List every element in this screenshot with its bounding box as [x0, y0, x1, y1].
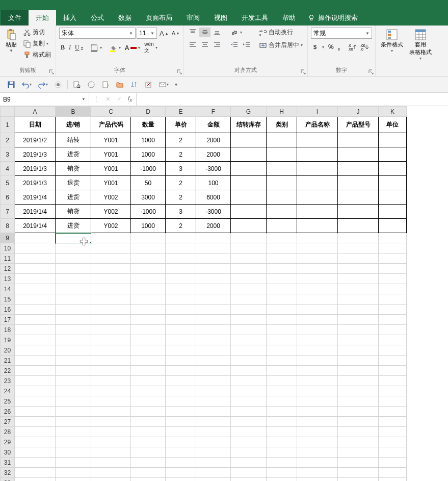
cell-J18[interactable]	[338, 325, 379, 335]
dialog-launcher-icon[interactable]	[176, 69, 182, 75]
cell-D1[interactable]: 数量	[131, 117, 166, 133]
new-button[interactable]	[100, 80, 111, 90]
cell-G14[interactable]	[231, 284, 267, 294]
cell-F22[interactable]	[196, 366, 231, 376]
cell-I4[interactable]	[297, 162, 338, 176]
cell-J5[interactable]	[338, 176, 379, 190]
cell-F14[interactable]	[196, 284, 231, 294]
cell-I29[interactable]	[297, 437, 338, 447]
cell-J28[interactable]	[338, 427, 379, 437]
row-header-25[interactable]: 25	[1, 396, 15, 407]
cell-H11[interactable]	[267, 254, 297, 264]
cell-F8[interactable]: 2000	[196, 219, 231, 233]
decrease-indent-button[interactable]	[229, 40, 240, 49]
row-header-33[interactable]: 33	[1, 478, 15, 482]
cell-J17[interactable]	[338, 315, 379, 325]
cell-J22[interactable]	[338, 366, 379, 376]
cell-I2[interactable]	[297, 133, 338, 147]
cell-F2[interactable]: 2000	[196, 133, 231, 147]
cell-G19[interactable]	[231, 335, 267, 345]
cell-C15[interactable]	[91, 294, 131, 305]
redo-button[interactable]: ▾	[37, 80, 49, 90]
cell-C12[interactable]	[91, 264, 131, 274]
increase-font-button[interactable]: A▴	[158, 29, 169, 38]
cell-I11[interactable]	[297, 254, 338, 264]
print-preview-button[interactable]	[72, 80, 82, 90]
cell-D11[interactable]	[131, 254, 166, 264]
cell-I1[interactable]: 产品名称	[297, 117, 338, 133]
cell-A33[interactable]	[15, 478, 56, 482]
row-header-30[interactable]: 30	[1, 447, 15, 458]
customize-qat-button[interactable]: ▾	[174, 81, 178, 88]
cell-F25[interactable]	[196, 396, 231, 407]
cell-B18[interactable]	[56, 325, 91, 335]
cell-D9[interactable]	[131, 233, 166, 243]
row-header-32[interactable]: 32	[1, 468, 15, 478]
name-box[interactable]: B9 ▼	[0, 93, 89, 106]
row-header-31[interactable]: 31	[1, 458, 15, 468]
cell-G30[interactable]	[231, 447, 267, 458]
cell-F13[interactable]	[196, 274, 231, 284]
cell-K11[interactable]	[379, 254, 407, 264]
dialog-launcher-icon[interactable]	[48, 69, 55, 75]
align-center-button[interactable]	[199, 40, 210, 49]
cell-B4[interactable]: 销货	[56, 162, 91, 176]
number-format-select[interactable]: 常规 ▼	[311, 28, 372, 39]
cell-E24[interactable]	[166, 386, 196, 396]
cell-F24[interactable]	[196, 386, 231, 396]
cell-F5[interactable]: 100	[196, 176, 231, 190]
cell-K14[interactable]	[379, 284, 407, 294]
cell-A26[interactable]	[15, 407, 56, 417]
cell-E33[interactable]	[166, 478, 196, 482]
cell-G12[interactable]	[231, 264, 267, 274]
comma-button[interactable]: ,	[336, 42, 341, 52]
cell-J16[interactable]	[338, 305, 379, 315]
cell-E18[interactable]	[166, 325, 196, 335]
email-button[interactable]: ▾	[157, 80, 170, 90]
font-size-select[interactable]: 11 ▼	[137, 28, 157, 39]
cell-F15[interactable]	[196, 294, 231, 305]
cell-I28[interactable]	[297, 427, 338, 437]
cell-K15[interactable]	[379, 294, 407, 305]
cell-C9[interactable]	[91, 233, 131, 243]
cell-H12[interactable]	[267, 264, 297, 274]
cell-B30[interactable]	[56, 447, 91, 458]
cell-F21[interactable]	[196, 356, 231, 366]
align-right-button[interactable]	[212, 40, 223, 49]
cell-A15[interactable]	[15, 294, 56, 305]
tab-pagelayout[interactable]: 页面布局	[139, 10, 179, 26]
row-header-26[interactable]: 26	[1, 407, 15, 417]
cell-H16[interactable]	[267, 305, 297, 315]
circle-button[interactable]	[86, 80, 96, 90]
cell-C20[interactable]	[91, 345, 131, 356]
cell-F32[interactable]	[196, 468, 231, 478]
cell-H10[interactable]	[267, 243, 297, 254]
row-header-15[interactable]: 15	[1, 294, 15, 305]
cell-H31[interactable]	[267, 458, 297, 468]
cell-C28[interactable]	[91, 427, 131, 437]
row-header-16[interactable]: 16	[1, 305, 15, 315]
cell-K5[interactable]	[379, 176, 407, 190]
cell-A10[interactable]	[15, 243, 56, 254]
cell-C16[interactable]	[91, 305, 131, 315]
cell-D13[interactable]	[131, 274, 166, 284]
cell-I6[interactable]	[297, 190, 338, 205]
cell-F11[interactable]	[196, 254, 231, 264]
cell-H1[interactable]: 类别	[267, 117, 297, 133]
cell-B33[interactable]	[56, 478, 91, 482]
cell-D31[interactable]	[131, 458, 166, 468]
cell-H26[interactable]	[267, 407, 297, 417]
cell-B12[interactable]	[56, 264, 91, 274]
align-top-button[interactable]	[187, 28, 198, 37]
cell-F19[interactable]	[196, 335, 231, 345]
cell-A13[interactable]	[15, 274, 56, 284]
italic-button[interactable]: I	[67, 43, 72, 52]
cell-K33[interactable]	[379, 478, 407, 482]
cell-A24[interactable]	[15, 386, 56, 396]
cell-A25[interactable]	[15, 396, 56, 407]
cell-B8[interactable]: 进货	[56, 219, 91, 233]
row-header-23[interactable]: 23	[1, 376, 15, 386]
conditional-format-button[interactable]: 条件格式 ▾	[379, 28, 405, 54]
cell-E23[interactable]	[166, 376, 196, 386]
cell-J19[interactable]	[338, 335, 379, 345]
